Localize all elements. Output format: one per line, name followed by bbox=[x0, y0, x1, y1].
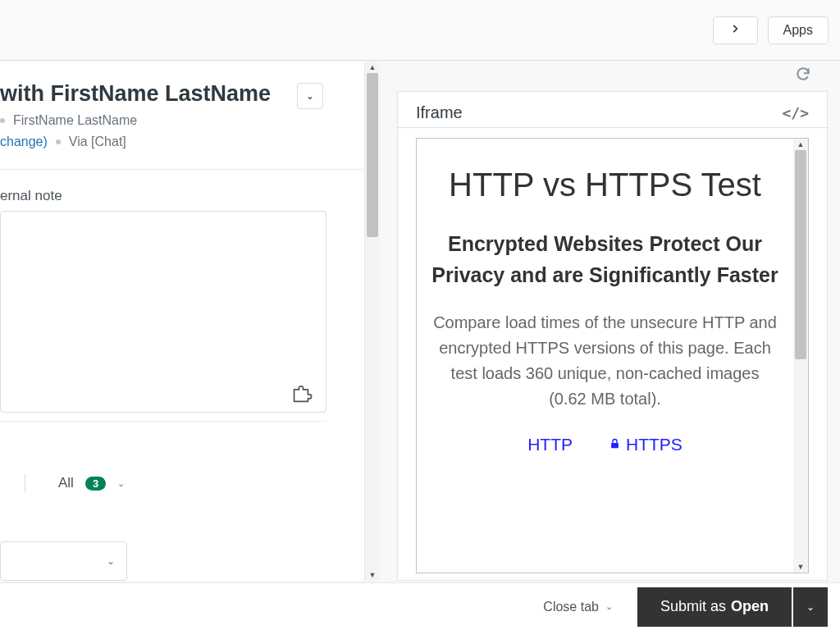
scroll-thumb[interactable] bbox=[367, 73, 378, 237]
filter-all-count-badge: 3 bbox=[85, 477, 106, 491]
change-assignee-link[interactable]: change) bbox=[0, 135, 48, 149]
filter-all-label[interactable]: All bbox=[58, 475, 74, 491]
channel-via: Via [Chat] bbox=[69, 135, 126, 149]
divider bbox=[0, 421, 326, 422]
submit-status-dropdown[interactable]: ⌄ bbox=[793, 587, 828, 627]
meta-dot-icon bbox=[0, 118, 5, 123]
https-link-label: HTTPS bbox=[626, 435, 682, 454]
divider-vertical bbox=[25, 474, 25, 492]
chevron-down-icon: ⌄ bbox=[107, 555, 115, 567]
refresh-button[interactable] bbox=[795, 66, 811, 85]
https-link[interactable]: HTTPS bbox=[609, 435, 682, 454]
iframe-app-title: Iframe bbox=[416, 103, 463, 122]
reply-textarea[interactable] bbox=[0, 211, 326, 413]
chevron-down-icon: ⌄ bbox=[806, 601, 815, 613]
submit-button[interactable]: Submit as Open bbox=[637, 587, 792, 627]
iframe-paragraph: Compare load times of the unsecure HTTP … bbox=[431, 310, 778, 412]
apps-button-label: Apps bbox=[783, 23, 813, 38]
iframe-app-header: Iframe </> bbox=[398, 92, 827, 128]
iframe-body: HTTP vs HTTPS Test Encrypted Websites Pr… bbox=[416, 138, 809, 573]
top-bar: Apps bbox=[0, 0, 840, 61]
scroll-up-icon[interactable]: ▲ bbox=[365, 62, 380, 73]
internal-note-tab[interactable]: ernal note bbox=[0, 188, 364, 204]
conversation-options-button[interactable]: ⌄ bbox=[297, 83, 323, 109]
submit-prefix: Submit as bbox=[660, 598, 726, 615]
conversation-meta-2: change) Via [Chat] bbox=[0, 135, 364, 149]
iframe-app-card: Iframe </> HTTP vs HTTPS Test Encrypted … bbox=[397, 91, 828, 581]
http-link-label: HTTP bbox=[527, 435, 573, 454]
protocol-links-row: HTTP HTTPS bbox=[431, 435, 778, 454]
conversation-filter-row: All 3 ⌄ bbox=[0, 474, 364, 492]
http-link[interactable]: HTTP bbox=[527, 435, 573, 454]
conversation-panel: with FirstName LastName ⌄ FirstName Last… bbox=[0, 62, 365, 581]
chevron-right-icon bbox=[729, 21, 741, 39]
macro-select[interactable]: ⌄ bbox=[0, 541, 127, 581]
scroll-down-icon[interactable]: ▼ bbox=[793, 561, 808, 573]
apps-button[interactable]: Apps bbox=[768, 16, 829, 44]
insert-app-button[interactable] bbox=[292, 384, 314, 404]
requester-name: FirstName LastName bbox=[13, 113, 137, 128]
conversation-meta: FirstName LastName bbox=[0, 113, 364, 128]
next-button[interactable] bbox=[713, 16, 758, 44]
apps-panel: Iframe </> HTTP vs HTTPS Test Encrypted … bbox=[394, 62, 828, 581]
close-tab-button[interactable]: Close tab ⌄ bbox=[543, 600, 613, 614]
lock-icon bbox=[609, 435, 621, 454]
scroll-down-icon[interactable]: ▼ bbox=[365, 569, 380, 581]
chevron-down-icon: ⌄ bbox=[306, 90, 314, 102]
apps-panel-toolbar bbox=[394, 62, 828, 89]
scroll-thumb[interactable] bbox=[795, 150, 806, 359]
ticket-footer: Close tab ⌄ Submit as Open ⌄ bbox=[0, 582, 840, 630]
scrollbar[interactable]: ▲ ▼ bbox=[793, 139, 808, 573]
scrollbar[interactable]: ▲ ▼ bbox=[365, 62, 380, 581]
submit-status: Open bbox=[731, 598, 769, 615]
svg-rect-0 bbox=[611, 443, 619, 448]
chevron-down-icon: ⌄ bbox=[605, 601, 613, 612]
conversation-header: with FirstName LastName ⌄ FirstName Last… bbox=[0, 62, 364, 170]
iframe-subheading: Encrypted Websites Protect Our Privacy a… bbox=[431, 229, 778, 290]
scroll-up-icon[interactable]: ▲ bbox=[793, 139, 808, 150]
code-icon[interactable]: </> bbox=[782, 104, 809, 121]
iframe-heading: HTTP vs HTTPS Test bbox=[431, 163, 778, 206]
refresh-icon bbox=[795, 71, 811, 84]
meta-dot-icon bbox=[56, 139, 61, 144]
puzzle-icon bbox=[292, 392, 314, 406]
chevron-down-icon[interactable]: ⌄ bbox=[117, 478, 125, 489]
iframe-content: HTTP vs HTTPS Test Encrypted Websites Pr… bbox=[417, 139, 793, 573]
close-tab-label: Close tab bbox=[543, 600, 599, 614]
